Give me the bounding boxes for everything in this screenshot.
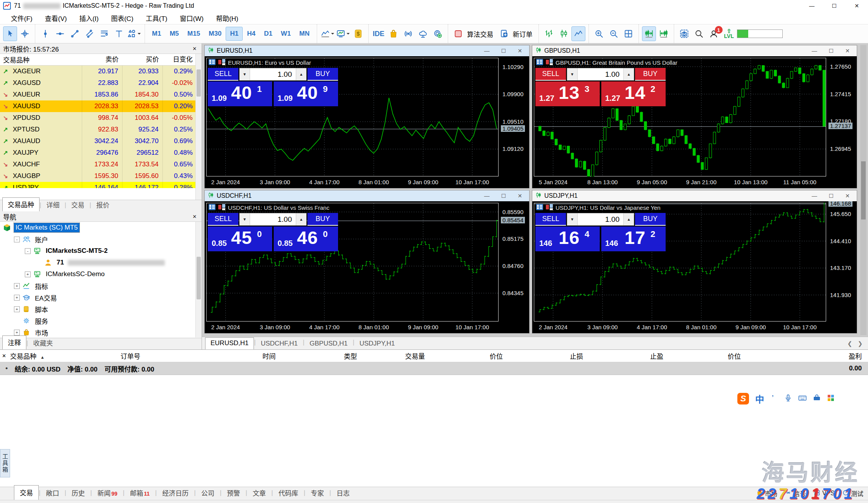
toolbox-tab-新闻[interactable]: 新闻99 <box>92 486 123 500</box>
buy-button[interactable]: BUY <box>635 213 666 226</box>
apps-grid-icon[interactable] <box>827 394 835 404</box>
one-click-trading-icon[interactable] <box>218 204 225 211</box>
market-watch-row[interactable]: ↗USDJPY146.164146.1720.28% <box>0 182 202 188</box>
tree-node[interactable]: 服务 <box>0 315 202 327</box>
sell-button[interactable]: SELL <box>208 213 238 226</box>
chart-tab-2[interactable]: USDCHF,H1 <box>256 338 303 349</box>
depth-of-market-icon[interactable] <box>536 204 543 211</box>
market-watch-row[interactable]: ↗XAGEUR20.91720.9330.29% <box>0 66 202 77</box>
one-click-trading-icon[interactable] <box>546 204 553 211</box>
column-header-1[interactable]: 交易品种 <box>0 54 82 65</box>
zoom-out-button[interactable] <box>607 26 621 41</box>
indicators-button[interactable] <box>336 26 350 41</box>
trade-column-6[interactable]: 价位 <box>425 351 503 361</box>
volume-value[interactable]: 1.00 <box>578 68 623 80</box>
trade-column-5[interactable]: 交易量 <box>357 351 425 361</box>
tree-node[interactable]: -ICMarketsSC-MT5-2 <box>0 245 202 257</box>
buy-quote-button[interactable]: 146172 <box>601 226 666 251</box>
minimize-button[interactable]: — <box>801 0 823 12</box>
volume-decrease-button[interactable]: ▼ <box>240 68 250 80</box>
market-watch-row[interactable]: ↘XAUGBP1595.301595.600.43% <box>0 170 202 182</box>
copy-trading-button[interactable] <box>431 26 445 41</box>
volume-value[interactable]: 1.00 <box>250 68 296 80</box>
volume-value[interactable]: 1.00 <box>250 213 296 225</box>
tree-node[interactable]: +EA交易 <box>0 292 202 303</box>
navigator-scrollbar[interactable] <box>195 222 202 337</box>
maximize-button[interactable]: ☐ <box>823 0 846 12</box>
chart-maximize-button[interactable]: ☐ <box>501 48 506 54</box>
menu-item-3[interactable]: 插入(I) <box>73 11 105 25</box>
shapes-tool-button[interactable] <box>127 26 142 41</box>
menu-item-6[interactable]: 窗口(W) <box>174 11 210 25</box>
chart-close-button[interactable]: ✕ <box>518 193 522 199</box>
market-watch-scrollbar[interactable] <box>195 54 202 200</box>
tree-node[interactable]: 71 <box>0 257 202 268</box>
status-item-市场[interactable]: 市场 <box>756 489 777 498</box>
sell-button[interactable]: SELL <box>535 213 566 226</box>
tree-node[interactable]: +ICMarketsSC-Demo <box>0 268 202 280</box>
timeframe-mn-button[interactable]: MN <box>295 27 314 41</box>
toolbox-tab-预警[interactable]: 预警 <box>221 486 245 500</box>
sell-button[interactable]: SELL <box>208 68 238 81</box>
chart-tab-4[interactable]: USDJPY,H1 <box>354 338 400 349</box>
ime-language-toggle[interactable]: 中 <box>755 392 764 405</box>
trade-column-2[interactable]: 订单号 <box>121 351 198 361</box>
volume-increase-button[interactable]: ▲ <box>296 68 306 80</box>
toolbox-close-icon[interactable]: ✕ <box>2 353 6 359</box>
trade-column-7[interactable]: 止损 <box>503 351 583 361</box>
signals-button[interactable] <box>401 26 415 41</box>
volume-increase-button[interactable]: ▲ <box>296 213 306 225</box>
profile-button[interactable]: 1 <box>707 26 721 41</box>
vertical-line-tool-button[interactable] <box>38 26 52 41</box>
trendline-tool-button[interactable] <box>68 26 82 41</box>
column-header-4[interactable]: 日变化 <box>163 54 196 65</box>
volume-increase-button[interactable]: ▲ <box>623 213 634 225</box>
one-click-trading-icon[interactable] <box>546 59 553 66</box>
market-watch-row[interactable]: ↘XAUEUR1853.861854.300.50% <box>0 89 202 100</box>
toolbox-tab-历史[interactable]: 历史 <box>66 486 90 500</box>
toolbox-tab-代码库[interactable]: 代码库 <box>273 486 304 500</box>
market-store-button[interactable] <box>387 26 400 41</box>
trade-column-10[interactable]: 盈利 <box>741 351 868 361</box>
status-item-信号[interactable]: 信号 <box>785 489 806 498</box>
menu-item-2[interactable]: 查看(V) <box>39 11 73 25</box>
chart-close-button[interactable]: ✕ <box>845 48 850 54</box>
chart-canvas[interactable]: 0.855900.851750.847600.843450.854542 Jan… <box>205 201 529 333</box>
depth-of-market-icon[interactable] <box>209 59 216 66</box>
horizontal-line-tool-button[interactable] <box>53 26 67 41</box>
crosshair-tool-button[interactable] <box>18 26 32 41</box>
market-watch-row[interactable]: ↗XAGUSD22.88322.904-0.02% <box>0 77 202 89</box>
ide-button[interactable]: IDE <box>372 26 386 41</box>
toolbox-tab-经济日历[interactable]: 经济日历 <box>157 486 194 500</box>
chart-maximize-button[interactable]: ☐ <box>829 193 834 199</box>
buy-button[interactable]: BUY <box>307 68 338 81</box>
volume-decrease-button[interactable]: ▼ <box>567 68 578 80</box>
navigator-close-icon[interactable]: ✕ <box>191 214 198 220</box>
chart-window-titlebar[interactable]: USDJPY,H1—☐✕ <box>532 190 857 201</box>
algo-trading-label[interactable]: 算法交易 <box>467 29 494 39</box>
buy-quote-button[interactable]: 1.27142 <box>601 81 666 106</box>
chart-minimize-button[interactable]: — <box>812 193 817 199</box>
menu-item-7[interactable]: 帮助(H) <box>210 11 245 25</box>
market-watch-row[interactable]: ↘XPDUSD998.741003.64-0.05% <box>0 112 202 124</box>
trade-column-8[interactable]: 止盈 <box>583 351 663 361</box>
volume-value[interactable]: 1.00 <box>578 213 623 225</box>
chart-minimize-button[interactable]: — <box>484 193 490 199</box>
timeframe-d1-button[interactable]: D1 <box>260 27 277 41</box>
column-header-3[interactable]: 买价 <box>123 54 163 65</box>
buy-button[interactable]: BUY <box>635 68 666 81</box>
market-watch-tab-2[interactable]: 详细 <box>41 198 64 211</box>
channel-tool-button[interactable] <box>83 26 97 41</box>
scroll-right-icon[interactable]: ❯ <box>858 340 863 347</box>
chart-canvas[interactable]: 145.650144.410143.170141.930146.1682 Jan… <box>532 201 857 333</box>
new-order-label[interactable]: 新订单 <box>513 29 533 39</box>
sell-quote-button[interactable]: 146164 <box>535 226 600 251</box>
menu-item-4[interactable]: 图表(C) <box>105 11 140 25</box>
expand-plus-icon[interactable]: + <box>25 271 31 277</box>
toolbox-tab-专家[interactable]: 专家 <box>305 486 330 500</box>
timeframe-m15-button[interactable]: M15 <box>183 27 204 41</box>
depth-of-market-icon[interactable] <box>536 59 543 66</box>
toolbox-tab-文章[interactable]: 文章 <box>247 486 271 500</box>
keyboard-icon[interactable] <box>798 394 807 404</box>
timeframe-m5-button[interactable]: M5 <box>166 27 183 41</box>
